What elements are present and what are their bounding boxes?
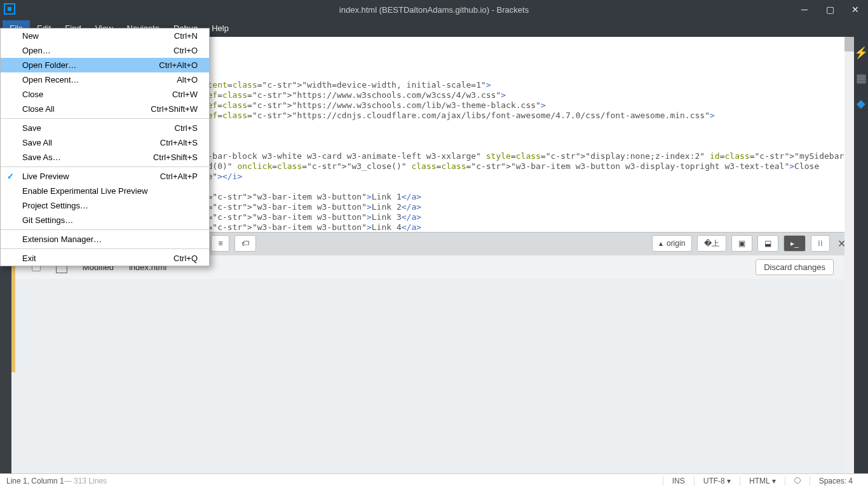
maximize-button[interactable]: ▢	[817, 0, 843, 19]
git-tag-button[interactable]: 🏷	[234, 235, 256, 252]
git-terminal-button[interactable]: ▸_	[783, 235, 806, 252]
file-menu-dropdown: NewCtrl+NOpen…Ctrl+OOpen Folder…Ctrl+Alt…	[0, 28, 210, 266]
menuitem-save[interactable]: SaveCtrl+S	[1, 121, 209, 135]
menuitem-close-all[interactable]: Close AllCtrl+Shift+W	[1, 102, 209, 116]
menuitem-open-folder-[interactable]: Open Folder…Ctrl+Alt+O	[1, 58, 209, 72]
line-count: — 313 Lines	[64, 477, 107, 485]
git-icon[interactable]: ◆	[857, 97, 865, 111]
git-fetch-button[interactable]: ⬓	[757, 235, 778, 252]
language-selector[interactable]: HTML ▾	[740, 477, 785, 485]
minimize-button[interactable]: ─	[792, 0, 817, 19]
git-list-button[interactable]: ≡	[211, 235, 229, 252]
menuitem-save-all[interactable]: Save AllCtrl+Alt+S	[1, 135, 209, 150]
statusbar: Line 1, Column 1 — 313 Lines INS UTF-8 ▾…	[0, 473, 868, 488]
menuitem-project-settings-[interactable]: Project Settings…	[1, 198, 209, 213]
menuitem-save-as-[interactable]: Save As…Ctrl+Shift+S	[1, 150, 209, 165]
menuitem-exit[interactable]: ExitCtrl+Q	[1, 251, 209, 266]
close-button[interactable]: ✕	[843, 0, 868, 19]
right-toolbar: ⚡ ▦ ◆	[854, 37, 868, 473]
menuitem-open-recent-[interactable]: Open Recent…Alt+O	[1, 72, 209, 87]
menuitem-extension-manager-[interactable]: Extension Manager…	[1, 232, 209, 247]
titlebar: index.html (BESTDaltonAdams.github.io) -…	[0, 0, 868, 19]
git-push-button[interactable]: �上	[697, 235, 726, 252]
live-preview-icon[interactable]: ⚡	[854, 46, 868, 60]
menuitem-open-[interactable]: Open…Ctrl+O	[1, 43, 209, 58]
cursor-position[interactable]: Line 1, Column 1	[6, 477, 64, 485]
indentation-selector[interactable]: Spaces: 4	[810, 477, 862, 485]
git-panel-empty	[11, 279, 854, 474]
git-pull-button[interactable]: ▣	[731, 235, 752, 252]
menuitem-new[interactable]: NewCtrl+N	[1, 29, 209, 43]
menuitem-close[interactable]: CloseCtrl+W	[1, 87, 209, 102]
discard-changes-button[interactable]: Discard changes	[756, 259, 834, 275]
git-settings-button[interactable]: ⁞⁞	[811, 235, 830, 252]
encoding-selector[interactable]: UTF-8 ▾	[694, 477, 740, 485]
menuitem-live-preview[interactable]: Live PreviewCtrl+Alt+P	[1, 169, 209, 184]
menuitem-git-settings-[interactable]: Git Settings…	[1, 213, 209, 227]
git-remote-button[interactable]: ▴ origin	[652, 235, 692, 252]
vertical-scrollbar[interactable]	[844, 37, 854, 232]
window-title: index.html (BESTDaltonAdams.github.io) -…	[339, 5, 529, 15]
app-logo-icon	[4, 3, 15, 15]
menuitem-enable-experimental-live-preview[interactable]: Enable Experimental Live Preview	[1, 184, 209, 198]
lint-status-icon[interactable]	[785, 477, 810, 485]
extensions-icon[interactable]: ▦	[856, 71, 867, 85]
insert-mode[interactable]: INS	[663, 477, 694, 485]
